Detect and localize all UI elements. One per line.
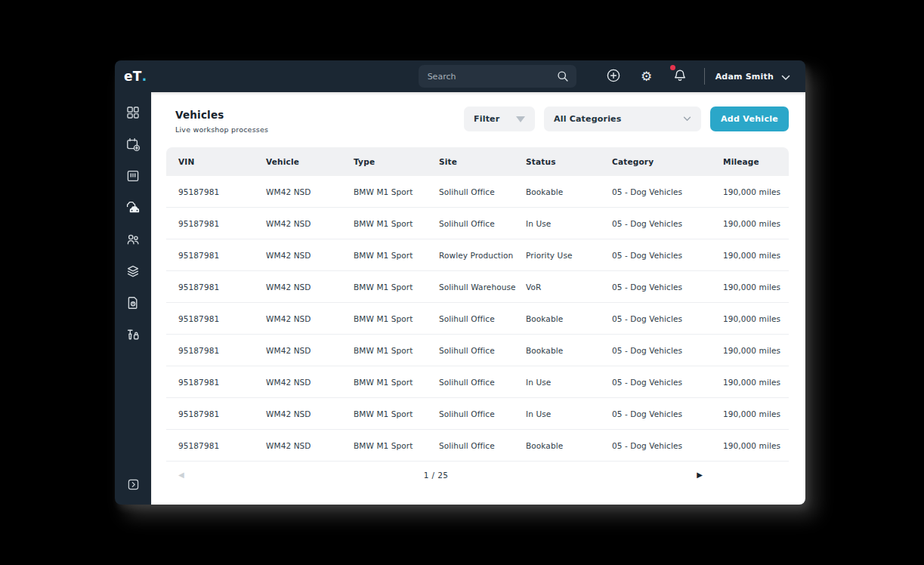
- sidebar-item-calendar-add[interactable]: [115, 129, 151, 161]
- next-page-button[interactable]: ▶: [694, 468, 706, 482]
- table-cell: In Use: [526, 409, 612, 418]
- sidebar-item-tools[interactable]: [115, 320, 151, 351]
- add-new-button[interactable]: [604, 66, 623, 86]
- table-cell: 95187981: [178, 314, 266, 323]
- logo-text: eT: [124, 69, 142, 84]
- table-cell: Solihull Office: [439, 378, 526, 387]
- table-cell: Solihull Office: [439, 314, 526, 323]
- sidebar-item-reports[interactable]: [115, 288, 151, 320]
- sidebar-item-board[interactable]: [115, 161, 151, 193]
- table-cell: 190,000 miles: [723, 187, 789, 196]
- table-cell: 190,000 miles: [723, 219, 789, 228]
- table-cell: 95187981: [178, 187, 266, 196]
- search-input[interactable]: [419, 65, 576, 88]
- page-title: Vehicles: [175, 109, 268, 121]
- table-cell: 05 - Dog Vehicles: [612, 219, 723, 228]
- table-cell: 190,000 miles: [723, 409, 789, 418]
- table-cell: Solihull Office: [439, 409, 526, 418]
- table-row[interactable]: 95187981WM42 NSDBMW M1 SportSolihull Off…: [166, 366, 789, 398]
- kanban-board-icon: [125, 168, 141, 186]
- table-row[interactable]: 95187981WM42 NSDBMW M1 SportSolihull Off…: [166, 176, 789, 208]
- content-header: Vehicles Live workshop processes Filter …: [151, 92, 805, 147]
- table-cell: WM42 NSD: [266, 314, 354, 323]
- column-header: Vehicle: [266, 157, 354, 166]
- table-row[interactable]: 95187981WM42 NSDBMW M1 SportSolihull Off…: [166, 398, 789, 430]
- page-indicator: 1 / 25: [166, 471, 706, 480]
- table-row[interactable]: 95187981WM42 NSDBMW M1 SportSolihull War…: [166, 271, 789, 303]
- table-cell: WM42 NSD: [266, 282, 354, 292]
- table-cell: 95187981: [178, 282, 266, 292]
- layers-icon: [125, 264, 141, 281]
- table-cell: In Use: [526, 378, 612, 387]
- notifications-bell-icon: [672, 68, 688, 85]
- column-header: VIN: [178, 157, 266, 166]
- vehicles-cars-icon: [125, 199, 141, 218]
- table-cell: 05 - Dog Vehicles: [612, 282, 723, 292]
- chevron-down-icon: [781, 69, 790, 84]
- settings-button[interactable]: ⚙: [637, 66, 657, 86]
- table-row[interactable]: 95187981WM42 NSDBMW M1 SportSolihull Off…: [166, 430, 789, 462]
- table-cell: WM42 NSD: [266, 187, 354, 196]
- table-cell: Rowley Production: [439, 251, 526, 260]
- table-cell: WM42 NSD: [266, 251, 354, 260]
- table-cell: Priority Use: [526, 251, 612, 260]
- add-vehicle-button[interactable]: Add Vehicle: [710, 107, 789, 131]
- chevron-down-icon: [683, 114, 691, 124]
- table-cell: Bookable: [526, 314, 612, 323]
- filter-dropdown[interactable]: Filter: [464, 107, 535, 131]
- sidebar-item-layers[interactable]: [115, 256, 151, 288]
- table-body: 95187981WM42 NSDBMW M1 SportSolihull Off…: [166, 176, 789, 462]
- app-body: Vehicles Live workshop processes Filter …: [115, 92, 805, 505]
- table-row[interactable]: 95187981WM42 NSDBMW M1 SportRowley Produ…: [166, 239, 789, 271]
- table-cell: 05 - Dog Vehicles: [612, 346, 723, 355]
- table-row[interactable]: 95187981WM42 NSDBMW M1 SportSolihull Off…: [166, 335, 789, 366]
- users-icon: [125, 232, 141, 249]
- table-cell: 05 - Dog Vehicles: [612, 314, 723, 323]
- table-row[interactable]: 95187981WM42 NSDBMW M1 SportSolihull Off…: [166, 303, 789, 335]
- categories-dropdown[interactable]: All Categories: [544, 107, 701, 131]
- dashboard-icon: [125, 105, 141, 122]
- table-cell: 190,000 miles: [723, 314, 789, 323]
- toolbar: Filter All Categories Add Vehicle: [464, 107, 789, 131]
- table-cell: WM42 NSD: [266, 219, 354, 228]
- table-cell: 95187981: [178, 346, 266, 355]
- table-cell: 190,000 miles: [723, 251, 789, 260]
- search-icon: [556, 69, 570, 86]
- table-cell: 05 - Dog Vehicles: [612, 378, 723, 387]
- report-document-icon: [125, 295, 141, 313]
- table-cell: 190,000 miles: [723, 346, 789, 355]
- notifications-button[interactable]: [670, 66, 690, 86]
- sidebar-item-dashboard[interactable]: [115, 97, 151, 129]
- logo-dot: .: [142, 69, 147, 84]
- plus-circle-icon: [605, 67, 622, 86]
- table-cell: 05 - Dog Vehicles: [612, 441, 723, 450]
- sidebar-item-vehicles[interactable]: [115, 193, 151, 224]
- table-cell: BMW M1 Sport: [354, 409, 439, 418]
- table-cell: Bookable: [526, 346, 612, 355]
- navbar-divider: [704, 68, 705, 85]
- tools-icon: [125, 327, 141, 344]
- sidebar-collapse-button[interactable]: [115, 470, 151, 502]
- table-cell: WM42 NSD: [266, 378, 354, 387]
- table-cell: 05 - Dog Vehicles: [612, 187, 723, 196]
- app-window: eT . ⚙: [115, 60, 805, 505]
- table-cell: 190,000 miles: [723, 441, 789, 450]
- table-cell: BMW M1 Sport: [354, 251, 439, 260]
- top-navbar: eT . ⚙: [115, 60, 805, 92]
- table-cell: WM42 NSD: [266, 346, 354, 355]
- table-row[interactable]: 95187981WM42 NSDBMW M1 SportSolihull Off…: [166, 208, 789, 239]
- table-cell: BMW M1 Sport: [354, 378, 439, 387]
- search-box: [419, 65, 576, 88]
- table-cell: 95187981: [178, 441, 266, 450]
- app-logo[interactable]: eT .: [124, 69, 147, 84]
- table-cell: 05 - Dog Vehicles: [612, 409, 723, 418]
- table-header-row: VINVehicleTypeSiteStatusCategoryMileage: [166, 147, 789, 176]
- user-menu[interactable]: Adam Smith: [714, 66, 792, 87]
- page-subtitle: Live workshop processes: [175, 125, 268, 134]
- table-cell: VoR: [526, 282, 612, 292]
- table-cell: BMW M1 Sport: [354, 282, 439, 292]
- table-cell: 190,000 miles: [723, 282, 789, 292]
- table-cell: 05 - Dog Vehicles: [612, 251, 723, 260]
- sidebar-item-users[interactable]: [115, 224, 151, 256]
- column-header: Mileage: [723, 157, 789, 166]
